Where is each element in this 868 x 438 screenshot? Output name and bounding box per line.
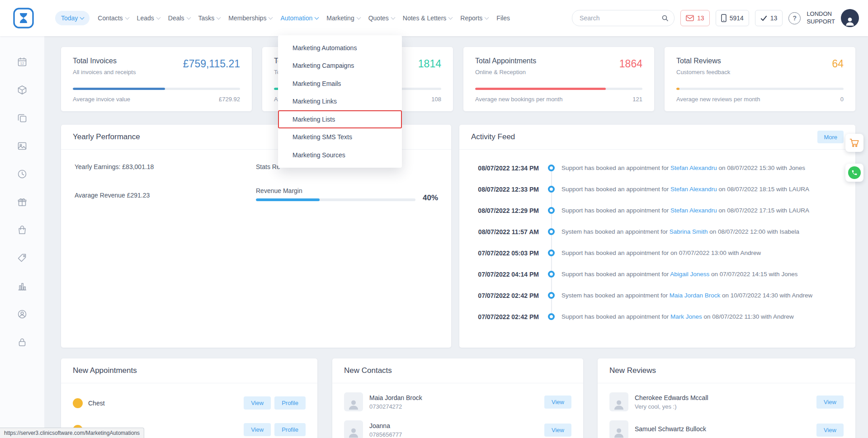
search-icon[interactable] — [659, 12, 671, 24]
card-title: Activity Feed — [459, 125, 855, 150]
nav-item-leads[interactable]: Leads — [137, 14, 160, 22]
phone-circle — [848, 166, 861, 179]
calendar-icon: 12 — [17, 57, 28, 67]
help-button[interactable]: ? — [788, 12, 801, 24]
sidebar-item-calendar[interactable]: 12 — [16, 56, 28, 68]
location-line1: LONDON — [807, 10, 835, 18]
gift-icon — [17, 197, 28, 207]
new-contacts-card: New Contacts Maia Jordan Brock 073027427… — [332, 358, 583, 438]
menu-item-marketing-lists-highlighted[interactable]: Marketing Lists — [278, 110, 402, 128]
nav-item-marketing[interactable]: Marketing — [326, 14, 360, 22]
activity-contact-link[interactable]: Sabrina Smith — [670, 228, 708, 235]
mail-button[interactable]: 13 — [680, 10, 710, 26]
sidebar-item-products[interactable] — [16, 84, 28, 96]
activity-text-pre: System has booked an appointment for — [561, 292, 670, 299]
menu-item-marketing-sms-texts[interactable]: Marketing SMS Texts — [278, 128, 402, 146]
sidebar-item-reports[interactable] — [16, 280, 28, 292]
status-dot-icon — [73, 398, 83, 408]
stat-value: 1814 — [418, 58, 441, 70]
view-button[interactable]: View — [244, 396, 271, 410]
phone-calls-button[interactable]: 5914 — [716, 10, 749, 26]
user-avatar[interactable] — [841, 9, 859, 27]
view-button[interactable]: View — [544, 424, 571, 437]
activity-time: 08/07/2022 12:34 PM — [471, 165, 539, 172]
nav-label: Quotes — [368, 14, 389, 22]
nav-item-memberships[interactable]: Memberships — [228, 14, 272, 22]
stat-title: Total Invoices — [73, 57, 117, 65]
sidebar-item-photos[interactable] — [16, 140, 28, 152]
app-logo[interactable] — [12, 6, 35, 30]
sidebar-item-copy[interactable] — [16, 112, 28, 124]
menu-item-marketing-campaigns[interactable]: Marketing Campaigns — [278, 57, 402, 75]
profile-button[interactable]: Profile — [274, 396, 306, 410]
menu-item-marketing-links[interactable]: Marketing Links — [278, 93, 402, 111]
profile-button[interactable]: Profile — [274, 423, 306, 436]
menu-item-marketing-automations[interactable]: Marketing Automations — [278, 39, 402, 57]
sidebar: 12 — [0, 36, 44, 438]
call-floating-button[interactable] — [845, 164, 863, 182]
done-tasks-button[interactable]: 13 — [755, 10, 783, 26]
nav-item-deals[interactable]: Deals — [168, 14, 190, 22]
stat-footer-value: 108 — [431, 96, 441, 103]
activity-contact-link[interactable]: Maia Jordan Brock — [670, 292, 721, 299]
activity-text-pre: Support has booked an appointment for — [561, 186, 670, 193]
lock-icon — [17, 337, 28, 348]
sidebar-item-shop[interactable] — [16, 224, 28, 236]
chevron-down-icon — [186, 15, 191, 19]
nav-item-tasks[interactable]: Tasks — [198, 14, 221, 22]
sidebar-item-security[interactable] — [16, 336, 28, 348]
nav-item-automation[interactable]: Automation — [280, 14, 318, 22]
package-icon — [17, 85, 28, 95]
view-button[interactable]: View — [244, 423, 271, 436]
more-button[interactable]: More — [817, 131, 844, 143]
chevron-down-icon — [485, 15, 489, 19]
contacts-list: Maia Jordan Brock 0730274272 View Joanna… — [332, 383, 583, 438]
search-input[interactable] — [579, 14, 659, 22]
activity-text: System has booked an appointment for Sab… — [561, 228, 799, 235]
menu-item-marketing-emails[interactable]: Marketing Emails — [278, 75, 402, 93]
activity-text-post: on 07/07/2022 14:15 with Jones — [709, 271, 797, 278]
price-tag-icon — [17, 253, 28, 264]
activity-text-post: on 08/07/2022 12:00 with Isabela — [708, 228, 799, 235]
stat-card-reviews: Total Reviews Customers feedback 64 Aver… — [665, 47, 855, 111]
nav-label: Tasks — [198, 14, 215, 22]
sidebar-item-pricing[interactable] — [16, 252, 28, 264]
activity-contact-link[interactable]: Abigail Joness — [670, 271, 709, 278]
stat-subtitle: Customers feedback — [676, 69, 730, 75]
nav-item-files[interactable]: Files — [496, 14, 510, 22]
view-button[interactable]: View — [544, 396, 571, 409]
timeline-dot-icon — [548, 186, 555, 193]
reviews-list: Cherokee Edwards Mccall Very cool, yes :… — [598, 383, 855, 438]
activity-text-pre: Support has booked an appointment for — [561, 207, 670, 214]
nav-item-notes-letters[interactable]: Notes & Letters — [403, 14, 453, 22]
activity-contact-link[interactable]: Mark Jones — [670, 313, 702, 320]
activity-contact-link[interactable]: Stefan Alexandru — [670, 165, 717, 171]
nav-item-contacts[interactable]: Contacts — [98, 14, 128, 22]
activity-contact-link[interactable]: Stefan Alexandru — [670, 186, 717, 193]
cart-floating-button[interactable] — [845, 134, 863, 152]
support-person-icon — [17, 309, 28, 320]
activity-contact-link[interactable]: Stefan Alexandru — [670, 207, 717, 214]
activity-text-pre: Support has booked an appointment for — [561, 271, 670, 278]
view-button[interactable]: View — [816, 424, 844, 437]
nav-item-reports[interactable]: Reports — [460, 14, 488, 22]
sidebar-item-history[interactable] — [16, 168, 28, 180]
sidebar-item-gifts[interactable] — [16, 196, 28, 208]
stat-footer-label: Average new reviews per month — [676, 96, 760, 103]
search-box — [572, 10, 675, 26]
activity-text-post: on 07/07/2022 13:00 with Andrew — [669, 250, 761, 256]
menu-item-marketing-sources[interactable]: Marketing Sources — [278, 146, 402, 164]
nav-item-quotes[interactable]: Quotes — [368, 14, 395, 22]
view-button[interactable]: View — [816, 396, 844, 409]
contact-phone: 0730274272 — [369, 403, 422, 410]
sidebar-item-support[interactable] — [16, 308, 28, 320]
nav-label: Leads — [137, 14, 154, 22]
stat-value: 1864 — [619, 58, 642, 70]
activity-text: Support has booked an appointment for Ab… — [561, 271, 797, 278]
person-icon — [347, 398, 360, 411]
revenue-margin-label: Revenue Margin — [256, 187, 302, 194]
chevron-down-icon — [448, 15, 453, 19]
nav-label: Contacts — [98, 14, 123, 22]
nav-item-today[interactable]: Today — [55, 11, 90, 25]
bar-chart-icon — [17, 281, 28, 292]
